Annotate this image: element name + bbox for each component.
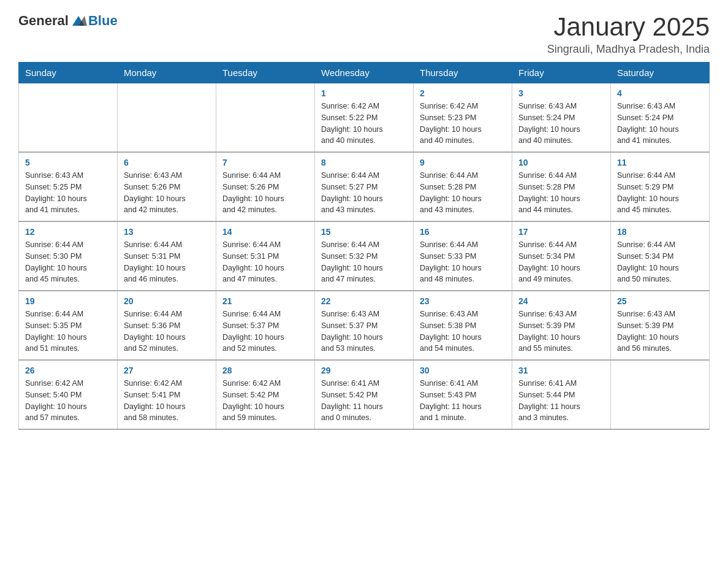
day-number: 31 — [518, 366, 604, 375]
day-number: 15 — [321, 227, 407, 237]
day-info: Sunrise: 6:44 AMSunset: 5:36 PMDaylight:… — [124, 308, 210, 354]
day-number: 9 — [420, 158, 506, 167]
header-row: SundayMondayTuesdayWednesdayThursdayFrid… — [19, 63, 710, 83]
day-info: Sunrise: 6:44 AMSunset: 5:31 PMDaylight:… — [124, 239, 210, 285]
calendar-cell: 25Sunrise: 6:43 AMSunset: 5:39 PMDayligh… — [611, 291, 710, 360]
day-info: Sunrise: 6:43 AMSunset: 5:24 PMDaylight:… — [617, 101, 703, 147]
calendar-cell: 12Sunrise: 6:44 AMSunset: 5:30 PMDayligh… — [19, 221, 118, 291]
day-info: Sunrise: 6:44 AMSunset: 5:37 PMDaylight:… — [222, 308, 308, 354]
day-number: 26 — [25, 366, 111, 375]
day-info: Sunrise: 6:42 AMSunset: 5:40 PMDaylight:… — [25, 378, 111, 424]
day-number: 23 — [420, 296, 506, 306]
calendar-cell: 31Sunrise: 6:41 AMSunset: 5:44 PMDayligh… — [512, 360, 611, 429]
calendar-cell: 3Sunrise: 6:43 AMSunset: 5:24 PMDaylight… — [512, 83, 611, 153]
day-number: 24 — [518, 296, 604, 306]
calendar-cell: 14Sunrise: 6:44 AMSunset: 5:31 PMDayligh… — [216, 221, 315, 291]
day-number: 20 — [124, 296, 210, 306]
day-info: Sunrise: 6:43 AMSunset: 5:25 PMDaylight:… — [25, 170, 111, 216]
calendar-table: SundayMondayTuesdayWednesdayThursdayFrid… — [18, 62, 710, 430]
logo-icon — [70, 12, 87, 29]
day-info: Sunrise: 6:44 AMSunset: 5:34 PMDaylight:… — [518, 239, 604, 285]
day-info: Sunrise: 6:44 AMSunset: 5:34 PMDaylight:… — [617, 239, 703, 285]
calendar-cell: 21Sunrise: 6:44 AMSunset: 5:37 PMDayligh… — [216, 291, 315, 360]
logo-blue-text: Blue — [88, 13, 118, 29]
page-header: General Blue January 2025 Singrauli, Mad… — [18, 12, 710, 56]
day-info: Sunrise: 6:44 AMSunset: 5:35 PMDaylight:… — [25, 308, 111, 354]
week-row-5: 26Sunrise: 6:42 AMSunset: 5:40 PMDayligh… — [19, 360, 710, 429]
calendar-cell: 28Sunrise: 6:42 AMSunset: 5:42 PMDayligh… — [216, 360, 315, 429]
column-header-tuesday: Tuesday — [216, 63, 315, 83]
day-number: 22 — [321, 296, 407, 306]
day-info: Sunrise: 6:43 AMSunset: 5:37 PMDaylight:… — [321, 308, 407, 354]
column-header-thursday: Thursday — [414, 63, 512, 83]
day-info: Sunrise: 6:44 AMSunset: 5:30 PMDaylight:… — [25, 239, 111, 285]
day-number: 3 — [518, 88, 604, 98]
day-info: Sunrise: 6:42 AMSunset: 5:22 PMDaylight:… — [321, 101, 407, 147]
calendar-cell: 1Sunrise: 6:42 AMSunset: 5:22 PMDaylight… — [315, 83, 414, 153]
day-info: Sunrise: 6:43 AMSunset: 5:24 PMDaylight:… — [518, 101, 604, 147]
calendar-cell: 7Sunrise: 6:44 AMSunset: 5:26 PMDaylight… — [216, 152, 315, 221]
week-row-3: 12Sunrise: 6:44 AMSunset: 5:30 PMDayligh… — [19, 221, 710, 291]
column-header-wednesday: Wednesday — [315, 63, 414, 83]
day-number: 4 — [617, 88, 703, 98]
calendar-cell: 27Sunrise: 6:42 AMSunset: 5:41 PMDayligh… — [118, 360, 216, 429]
calendar-title: January 2025 — [547, 12, 710, 42]
day-number: 1 — [321, 88, 407, 98]
week-row-1: 1Sunrise: 6:42 AMSunset: 5:22 PMDaylight… — [19, 83, 710, 153]
calendar-cell — [216, 83, 315, 153]
day-info: Sunrise: 6:41 AMSunset: 5:42 PMDaylight:… — [321, 378, 407, 424]
day-number: 13 — [124, 227, 210, 237]
day-info: Sunrise: 6:44 AMSunset: 5:33 PMDaylight:… — [420, 239, 506, 285]
day-number: 27 — [124, 366, 210, 375]
day-number: 7 — [222, 158, 308, 167]
calendar-cell: 20Sunrise: 6:44 AMSunset: 5:36 PMDayligh… — [118, 291, 216, 360]
calendar-cell: 13Sunrise: 6:44 AMSunset: 5:31 PMDayligh… — [118, 221, 216, 291]
day-info: Sunrise: 6:41 AMSunset: 5:43 PMDaylight:… — [420, 378, 506, 424]
day-info: Sunrise: 6:42 AMSunset: 5:42 PMDaylight:… — [222, 378, 308, 424]
calendar-cell — [611, 360, 710, 429]
calendar-subtitle: Singrauli, Madhya Pradesh, India — [547, 43, 710, 56]
calendar-cell: 2Sunrise: 6:42 AMSunset: 5:23 PMDaylight… — [414, 83, 512, 153]
day-number: 16 — [420, 227, 506, 237]
day-info: Sunrise: 6:43 AMSunset: 5:38 PMDaylight:… — [420, 308, 506, 354]
day-info: Sunrise: 6:43 AMSunset: 5:39 PMDaylight:… — [518, 308, 604, 354]
day-number: 29 — [321, 366, 407, 375]
day-number: 6 — [124, 158, 210, 167]
calendar-cell: 19Sunrise: 6:44 AMSunset: 5:35 PMDayligh… — [19, 291, 118, 360]
logo: General Blue — [18, 12, 118, 29]
day-info: Sunrise: 6:44 AMSunset: 5:28 PMDaylight:… — [420, 170, 506, 216]
day-number: 10 — [518, 158, 604, 167]
calendar-header: SundayMondayTuesdayWednesdayThursdayFrid… — [19, 63, 710, 83]
day-number: 25 — [617, 296, 703, 306]
calendar-cell: 30Sunrise: 6:41 AMSunset: 5:43 PMDayligh… — [414, 360, 512, 429]
column-header-saturday: Saturday — [611, 63, 710, 83]
day-number: 11 — [617, 158, 703, 167]
week-row-2: 5Sunrise: 6:43 AMSunset: 5:25 PMDaylight… — [19, 152, 710, 221]
day-info: Sunrise: 6:43 AMSunset: 5:39 PMDaylight:… — [617, 308, 703, 354]
title-section: January 2025 Singrauli, Madhya Pradesh, … — [547, 12, 710, 56]
week-row-4: 19Sunrise: 6:44 AMSunset: 5:35 PMDayligh… — [19, 291, 710, 360]
day-number: 17 — [518, 227, 604, 237]
day-number: 8 — [321, 158, 407, 167]
calendar-cell: 9Sunrise: 6:44 AMSunset: 5:28 PMDaylight… — [414, 152, 512, 221]
logo-general-text: General — [18, 13, 69, 29]
calendar-body: 1Sunrise: 6:42 AMSunset: 5:22 PMDaylight… — [19, 83, 710, 430]
day-number: 12 — [25, 227, 111, 237]
day-number: 5 — [25, 158, 111, 167]
calendar-cell: 29Sunrise: 6:41 AMSunset: 5:42 PMDayligh… — [315, 360, 414, 429]
calendar-cell — [118, 83, 216, 153]
calendar-cell: 15Sunrise: 6:44 AMSunset: 5:32 PMDayligh… — [315, 221, 414, 291]
day-info: Sunrise: 6:42 AMSunset: 5:41 PMDaylight:… — [124, 378, 210, 424]
calendar-cell: 5Sunrise: 6:43 AMSunset: 5:25 PMDaylight… — [19, 152, 118, 221]
day-info: Sunrise: 6:43 AMSunset: 5:26 PMDaylight:… — [124, 170, 210, 216]
day-info: Sunrise: 6:44 AMSunset: 5:26 PMDaylight:… — [222, 170, 308, 216]
calendar-cell: 4Sunrise: 6:43 AMSunset: 5:24 PMDaylight… — [611, 83, 710, 153]
day-number: 19 — [25, 296, 111, 306]
calendar-cell: 8Sunrise: 6:44 AMSunset: 5:27 PMDaylight… — [315, 152, 414, 221]
calendar-cell: 24Sunrise: 6:43 AMSunset: 5:39 PMDayligh… — [512, 291, 611, 360]
day-number: 28 — [222, 366, 308, 375]
calendar-cell — [19, 83, 118, 153]
day-number: 14 — [222, 227, 308, 237]
calendar-cell: 6Sunrise: 6:43 AMSunset: 5:26 PMDaylight… — [118, 152, 216, 221]
day-info: Sunrise: 6:41 AMSunset: 5:44 PMDaylight:… — [518, 378, 604, 424]
